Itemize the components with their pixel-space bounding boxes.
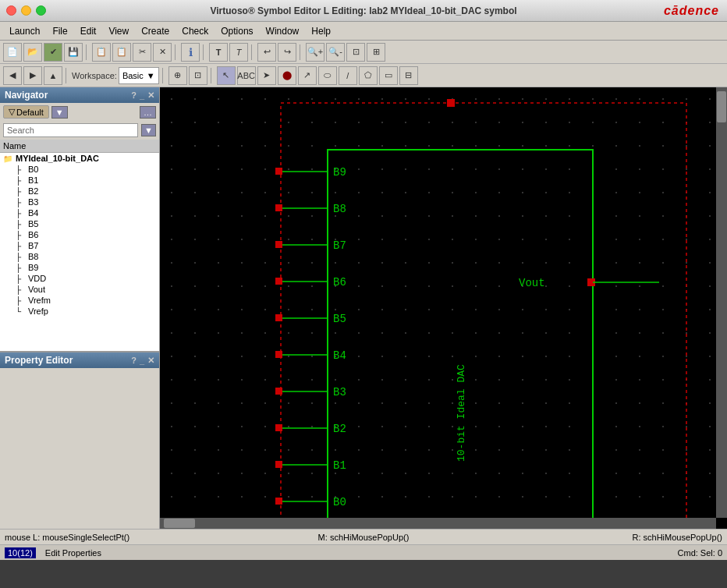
redo-button[interactable]: ↪ [278,43,296,62]
tree-item-b0[interactable]: ├B0 [0,164,159,175]
zoom-area-button[interactable]: ⊞ [367,43,385,62]
tree-item-vout[interactable]: ├Vout [0,284,159,295]
menu-check[interactable]: Check [176,24,215,38]
navigator-minimize-icon[interactable]: _ [140,90,144,101]
tree-item-b3[interactable]: ├B3 [0,197,159,207]
scrollbar-bottom[interactable] [160,518,716,529]
select-button[interactable]: ↖ [217,66,236,85]
tree-item-b5[interactable]: ├B5 [0,218,159,229]
circle-button[interactable]: ⬤ [278,66,296,85]
arrow-button[interactable]: ➤ [257,66,276,85]
filter-button[interactable]: ▽ Default [3,105,49,119]
filter-extra[interactable]: … [140,106,156,119]
paste-button[interactable]: 📋 [112,43,131,62]
copy-button[interactable]: 📋 [92,43,111,62]
menu-edit[interactable]: Edit [74,24,103,38]
tree-item-b1[interactable]: ├B1 [0,175,159,186]
tree-item-icon: ├ [16,220,28,228]
check-button[interactable]: ✔ [44,43,62,62]
workspace-dropdown[interactable]: Basic ▼ [119,67,159,84]
tree-container[interactable]: 📁 MYIdeal_10-bit_DAC ├B0 ├B1 ├B2 ├B3 ├B4… [0,153,159,351]
tree-item-label: B4 [28,208,38,218]
scrollbar-right[interactable] [716,87,727,518]
svg-rect-33 [275,461,282,468]
nav-up-button[interactable]: ▲ [44,66,62,85]
navigator-header: Navigator ? _ ✕ [0,87,159,103]
title-text: Virtuoso® Symbol Editor L Editing: lab2 … [210,5,516,16]
nav-fwd-button[interactable]: ▶ [23,66,42,85]
svg-rect-18 [275,278,282,285]
tree-item-label: Vrefp [28,306,48,316]
text2-button[interactable]: T [229,43,248,62]
traffic-lights [6,5,46,16]
tree-item-vrefp[interactable]: └Vrefp [0,306,159,317]
menu-help[interactable]: Help [305,24,337,38]
undo-button[interactable]: ↩ [257,43,276,62]
tree-item-label: B8 [28,252,38,261]
tree-item-b6[interactable]: ├B6 [0,229,159,240]
info-button[interactable]: ℹ [181,43,200,62]
minimize-button[interactable] [21,5,31,16]
menu-options[interactable]: Options [215,24,259,38]
tool-extra[interactable]: ⊟ [399,66,418,85]
property-minimize-icon[interactable]: _ [140,356,144,366]
tree-item-b9[interactable]: ├B9 [0,262,159,273]
property-help-icon[interactable]: ? [131,356,137,366]
rect-button[interactable]: ▭ [379,66,398,85]
toolbar-1: 📄 📂 ✔ 💾 📋 📋 ✂ ✕ ℹ T T ↩ ↪ 🔍+ 🔍- ⊡ ⊞ [0,41,727,64]
scroll-thumb-vertical[interactable] [717,91,726,122]
navigator-filter: ▽ Default ▼ … [0,103,159,121]
status-bar-1: mouse L: mouseSingleSelectPt() M: schHiM… [0,529,727,544]
search-dropdown-btn[interactable]: ▼ [141,124,156,136]
open-button[interactable]: 📂 [23,43,42,62]
tree-item-b7[interactable]: ├B7 [0,240,159,251]
nav-back-button[interactable]: ◀ [3,66,22,85]
property-close-icon[interactable]: ✕ [147,356,154,366]
filter-dropdown[interactable]: ▼ [51,106,68,119]
polygon-button[interactable]: ⬠ [359,66,378,85]
status-bar-2: 10(12) Edit Properties Cmd: Sel: 0 [0,544,727,560]
search-wrapper[interactable]: Search [3,123,138,137]
menu-launch[interactable]: Launch [3,24,46,38]
save-button[interactable]: 💾 [64,43,83,62]
tree-item-vrefm[interactable]: ├Vrefm [0,295,159,306]
delete-button[interactable]: ✕ [153,43,172,62]
navigator-panel: Navigator ? _ ✕ ▽ Default ▼ … Search [0,87,159,352]
new-button[interactable]: 📄 [3,43,22,62]
tree-root[interactable]: 📁 MYIdeal_10-bit_DAC [0,153,159,164]
menu-view[interactable]: View [102,24,135,38]
tree-item-vdd[interactable]: ├VDD [0,273,159,284]
scroll-thumb-horizontal[interactable] [164,519,195,528]
navigator-close-icon[interactable]: ✕ [147,90,154,101]
maximize-button[interactable] [36,5,46,16]
zoom-out-button[interactable]: 🔍- [326,43,345,62]
tree-item-b4[interactable]: ├B4 [0,207,159,218]
tree-item-b8[interactable]: ├B8 [0,251,159,262]
tree-item-icon: ├ [16,176,28,185]
line-button[interactable]: / [339,66,357,85]
mouse-right-status: R: schHiMousePopUp() [632,533,722,542]
menu-window[interactable]: Window [260,24,306,38]
abc-button[interactable]: ABC [237,66,256,85]
tree-item-label: B0 [28,165,38,174]
close-button[interactable] [6,5,16,16]
menu-create[interactable]: Create [135,24,176,38]
cut-button[interactable]: ✂ [133,43,151,62]
select2-button[interactable]: ↗ [298,66,317,85]
canvas-area[interactable]: B9 B8 B7 B6 B5 B4 B3 [160,87,727,529]
text-button[interactable]: T [209,43,228,62]
zoom-in-button[interactable]: 🔍+ [306,43,324,62]
zoom-fit-button[interactable]: ⊡ [346,43,365,62]
tool-btn-b[interactable]: ⊡ [189,66,207,85]
tree-item-b2[interactable]: ├B2 [0,186,159,197]
tree-item-label: B2 [28,186,38,196]
symbol-svg: B9 B8 B7 B6 B5 B4 B3 [160,87,727,529]
tree-item-icon: ├ [16,264,28,272]
tree-item-label: B5 [28,219,38,228]
ellipse-button[interactable]: ⬭ [318,66,337,85]
menu-file[interactable]: File [46,24,73,38]
property-editor-title: Property Editor [5,355,73,366]
tool-btn-a[interactable]: ⊕ [168,66,187,85]
navigator-help-icon[interactable]: ? [131,90,137,101]
sep-5 [300,44,303,60]
